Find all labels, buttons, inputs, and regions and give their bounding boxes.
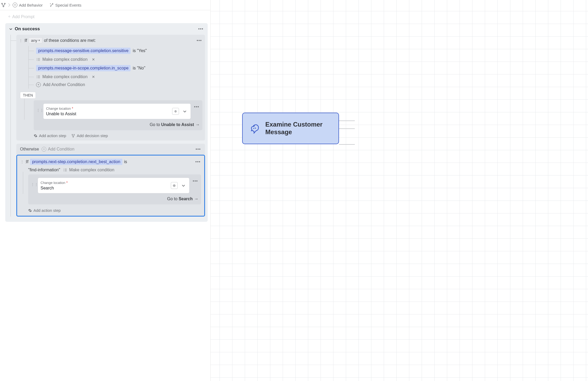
- action-menu-button[interactable]: •••: [192, 179, 198, 183]
- condition-tree: prompts.message-sensitive.completion.sen…: [28, 46, 202, 89]
- make-complex-button[interactable]: Make complex condition: [69, 168, 114, 172]
- section-menu-button[interactable]: •••: [198, 27, 204, 31]
- make-complex-button[interactable]: Make complex condition: [42, 74, 88, 79]
- goto-target: Unable to Assist: [161, 122, 194, 127]
- goto-link[interactable]: Go to Search→: [31, 197, 198, 201]
- condition-value[interactable]: "find-information": [28, 168, 60, 172]
- condition-row: prompts.message-sensitive.completion.sen…: [29, 46, 202, 56]
- make-complex-row: Make complex condition ✕: [29, 56, 202, 63]
- input-value: Search: [41, 186, 168, 190]
- goto-link[interactable]: Go to Unable to Assist→: [36, 122, 200, 127]
- add-behavior-label: Add Behavior: [19, 3, 43, 7]
- variable-token[interactable]: prompts.message-sensitive.completion.sen…: [36, 48, 131, 54]
- remove-condition-button[interactable]: ✕: [92, 57, 95, 62]
- list-icon: [36, 58, 40, 61]
- add-another-condition-label: Add Another Condition: [43, 82, 85, 87]
- if-keyword: If: [25, 38, 27, 43]
- drag-handle-icon[interactable]: ⋮⋮: [36, 108, 41, 112]
- quantifier-dropdown[interactable]: any ▾: [29, 37, 42, 43]
- change-location-input[interactable]: Change location * Unable to Assist ⊕: [43, 103, 191, 119]
- brain-icon: [248, 122, 261, 135]
- add-variable-button[interactable]: ⊕: [171, 182, 178, 189]
- flow-node-title: Examine Customer Message: [265, 121, 333, 136]
- plus-icon: ⊕: [173, 183, 176, 188]
- chevron-down-icon: [9, 27, 13, 31]
- add-condition-row[interactable]: + Add Another Condition: [29, 81, 202, 89]
- required-marker: *: [66, 181, 68, 185]
- if-keyword: If: [26, 159, 28, 164]
- svg-point-5: [73, 137, 73, 137]
- plus-circle-icon: +: [36, 82, 41, 87]
- add-action-label: Add action step: [33, 208, 61, 213]
- on-success-section: On success ••• ⋮⋮ If any ▾ of these con: [5, 23, 208, 222]
- svg-point-4: [74, 134, 74, 135]
- then-badge: THEN: [20, 92, 36, 99]
- gear-icon: [34, 134, 37, 138]
- editor-panel: + Add Behavior Special Events + Add Prom…: [0, 0, 211, 381]
- action-card: ⋮⋮ Change location * Unable to Assist ⊕: [34, 100, 202, 130]
- drag-handle-icon[interactable]: ⋮⋮: [19, 38, 23, 43]
- remove-condition-button[interactable]: ✕: [92, 75, 95, 79]
- condition-row: prompts.message-in-scope.completion.in_s…: [29, 63, 202, 73]
- add-decision-step-button[interactable]: Add decision step: [71, 133, 108, 138]
- if-suffix-text: of these conditions are met:: [44, 38, 96, 43]
- make-complex-row: Make complex condition ✕: [29, 73, 202, 81]
- plus-icon: +: [8, 14, 11, 19]
- add-behavior-button[interactable]: + Add Behavior: [13, 3, 43, 7]
- gear-icon: [28, 209, 32, 212]
- block-menu-button[interactable]: •••: [195, 159, 201, 164]
- list-icon: [63, 168, 67, 172]
- variable-token[interactable]: prompts.message-in-scope.completion.in_s…: [36, 65, 131, 71]
- make-complex-button[interactable]: Make complex condition: [42, 57, 88, 62]
- otherwise-label: Otherwise: [20, 147, 39, 152]
- goto-prefix: Go to: [150, 122, 161, 127]
- change-location-input[interactable]: Change location * Search ⊕: [38, 178, 190, 193]
- flow-node-examine-customer-message[interactable]: Examine Customer Message: [242, 113, 339, 144]
- variable-token[interactable]: prompts.next-step.completion.next_best_a…: [30, 159, 122, 165]
- add-action-step-button[interactable]: Add action step: [28, 208, 201, 213]
- svg-point-3: [72, 134, 73, 135]
- goto-prefix: Go to: [167, 197, 179, 201]
- section-header[interactable]: On success •••: [5, 23, 208, 35]
- special-events-button[interactable]: Special Events: [49, 3, 81, 7]
- expand-button[interactable]: [182, 109, 188, 113]
- expand-button[interactable]: [180, 183, 187, 188]
- input-value: Unable to Assist: [46, 112, 170, 116]
- add-condition-button[interactable]: + Add Condition: [42, 147, 74, 152]
- action-menu-button[interactable]: •••: [193, 104, 200, 109]
- top-bar: + Add Behavior Special Events: [0, 0, 210, 10]
- special-events-label: Special Events: [55, 3, 81, 7]
- condition-operator-value[interactable]: is "Yes": [133, 48, 147, 53]
- otherwise-header: Otherwise + Add Condition •••: [16, 144, 205, 155]
- drag-handle-icon[interactable]: ⋮⋮: [31, 182, 35, 187]
- add-prompt-label: Add Prompt: [12, 14, 34, 19]
- otherwise-menu-button[interactable]: •••: [195, 147, 201, 152]
- wand-icon: [49, 3, 54, 7]
- section-title: On success: [15, 26, 40, 32]
- add-condition-label: Add Condition: [48, 147, 74, 152]
- if-block: ⋮⋮ If any ▾ of these conditions are met:…: [16, 35, 205, 141]
- plus-circle-icon: +: [13, 3, 17, 7]
- condition-operator-value[interactable]: is "No": [133, 66, 145, 71]
- condition-operator[interactable]: is: [124, 159, 127, 164]
- canvas[interactable]: Examine Customer Message: [211, 0, 588, 381]
- arrow-right-icon: →: [194, 197, 198, 201]
- drag-handle-icon[interactable]: ⋮⋮: [20, 160, 24, 164]
- block-footer-actions: Add action step Add decision step: [19, 130, 202, 138]
- add-action-step-button[interactable]: Add action step: [34, 133, 66, 138]
- chevron-down-icon: ▾: [38, 39, 40, 42]
- flow-icon[interactable]: [1, 3, 6, 7]
- quantifier-value: any: [31, 38, 37, 43]
- if-block-menu-button[interactable]: •••: [196, 38, 202, 43]
- add-action-label: Add action step: [39, 133, 66, 138]
- goto-target: Search: [179, 197, 193, 201]
- branch-icon: [71, 134, 75, 138]
- add-variable-button[interactable]: ⊕: [172, 108, 179, 115]
- selected-if-block: ⋮⋮ If prompts.next-step.completion.next_…: [16, 155, 205, 217]
- required-marker: *: [72, 106, 73, 111]
- list-icon: [36, 75, 40, 79]
- connector-line: [339, 144, 355, 145]
- input-label: Change location: [46, 107, 71, 111]
- add-prompt-faded[interactable]: + Add Prompt: [0, 10, 210, 23]
- breadcrumb-separator: [8, 3, 11, 7]
